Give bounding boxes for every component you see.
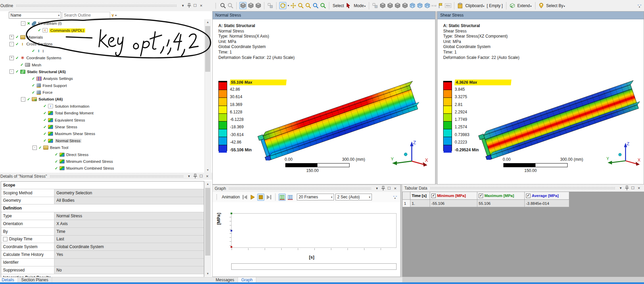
details-row[interactable]: GeometryAll Bodies <box>1 197 204 205</box>
tab-messages[interactable]: Messages <box>212 277 238 283</box>
details-row[interactable]: Scoping MethodGeometry Selection <box>1 189 204 197</box>
select-cursor-icon[interactable] <box>345 2 352 9</box>
result-sets-icon[interactable] <box>279 194 286 201</box>
orbit-icon[interactable] <box>279 2 286 9</box>
select-body-icon[interactable] <box>394 2 401 9</box>
clipboard-icon[interactable] <box>457 2 463 9</box>
pan-icon[interactable] <box>290 2 296 9</box>
average-checkbox[interactable] <box>526 194 530 198</box>
iso-view-icon[interactable] <box>239 2 246 9</box>
name-filter-combo[interactable]: Name▾ <box>9 12 61 19</box>
graph-plot-area[interactable] <box>231 213 397 248</box>
tree-item-maximum-combined-stress[interactable]: Maximum Combined Stress <box>0 165 203 172</box>
expander-icon[interactable]: + <box>9 56 14 60</box>
zoom-previous-icon[interactable] <box>312 2 319 9</box>
tree-item-normal-stress[interactable]: Normal Stress <box>0 137 203 144</box>
graph-timeline-bar[interactable] <box>231 263 397 270</box>
tree-item-commands-apdl[interactable]: C Commands (APDL) <box>0 27 203 34</box>
tree-item-force[interactable]: Force <box>0 89 203 96</box>
tree-item-total-bending-moment[interactable]: Total Bending Moment <box>0 110 203 116</box>
tree-item-maximum-shear-stress[interactable]: Maximum Shear Stress <box>0 130 203 137</box>
outline-maximize-icon[interactable]: ☐ <box>192 3 198 8</box>
scroll-up-icon[interactable]: ▲ <box>205 19 211 25</box>
scroll-up-icon[interactable]: ▲ <box>205 181 211 187</box>
details-row-display-time[interactable]: Display Time Last <box>1 236 204 243</box>
details-pin-icon[interactable] <box>192 174 198 179</box>
select-node-icon[interactable] <box>402 2 408 9</box>
tree-item-solution[interactable]: - Solution (A6) <box>0 96 203 103</box>
expander-icon[interactable]: - <box>21 21 25 26</box>
animation-stop-icon[interactable] <box>257 194 264 201</box>
outline-close-icon[interactable]: × <box>198 3 204 8</box>
select-by-icon[interactable] <box>538 2 545 9</box>
details-row[interactable]: OrientationX Axis <box>1 220 204 228</box>
details-maximize-icon[interactable]: ☐ <box>198 174 204 179</box>
tree-item-static-structural[interactable]: - Static Structural (A5) <box>0 68 203 75</box>
tree-item-equivalent-stress[interactable]: Equivalent Stress <box>0 116 203 123</box>
tabular-menu-icon[interactable]: ▾ <box>618 185 624 191</box>
graph-pin-icon[interactable] <box>380 186 386 191</box>
toolbar-grip[interactable] <box>215 3 217 9</box>
tabular-row[interactable]: 1 1. -55.106 55.106 -3.8845e-014 <box>402 200 644 207</box>
minimum-checkbox[interactable] <box>431 194 436 198</box>
look-at-icon[interactable] <box>247 2 254 9</box>
tree-item-minimum-combined-stress[interactable]: Minimum Combined Stress <box>0 158 203 165</box>
outline-pin-icon[interactable] <box>186 3 192 8</box>
outline-menu-icon[interactable]: ▾ <box>180 3 186 8</box>
shear-stress-viewport[interactable]: Shear Stress A: Static Structural Shear … <box>437 11 644 184</box>
select-by-dropdown[interactable]: Select By▾ <box>546 3 565 8</box>
tree-item-i-section[interactable]: I I <box>0 48 203 54</box>
zoom-fit-icon[interactable] <box>305 2 311 9</box>
tree-item-analysis-settings[interactable]: Analysis Settings <box>0 75 203 82</box>
tree-item-solution-information[interactable]: i Solution Information <box>0 103 203 110</box>
coordinates-probe-icon[interactable]: X.Y.Z <box>431 5 436 7</box>
details-close-icon[interactable]: × <box>204 174 210 179</box>
rotate-view-icon[interactable] <box>255 2 261 9</box>
expander-icon[interactable]: - <box>32 146 37 150</box>
tree-item-sys-beam[interactable]: - SYS\Beam (I) <box>0 20 203 27</box>
orbit-dropdown-icon[interactable]: ▾ <box>288 4 289 7</box>
details-row[interactable]: TypeNormal Stress <box>1 212 204 220</box>
details-menu-icon[interactable]: ▾ <box>186 174 192 179</box>
tab-graph[interactable]: Graph <box>238 277 256 283</box>
scroll-down-icon[interactable]: ▼ <box>205 167 211 173</box>
maximum-checkbox[interactable] <box>479 194 483 198</box>
details-row[interactable]: Coordinate SystemGlobal Coordinate Syste… <box>1 243 204 251</box>
details-row[interactable]: Identifier <box>1 259 204 266</box>
column-maximum[interactable]: Maximum [MPa] <box>477 192 525 200</box>
tree-item-direct-stress[interactable]: Direct Stress <box>0 151 203 158</box>
orientation-triad[interactable]: Z X Y <box>606 139 644 175</box>
time-decay-icon[interactable] <box>287 194 293 200</box>
label-annotation-icon[interactable]: Abc <box>445 3 452 8</box>
mode-dropdown[interactable]: Mode▾ <box>354 3 365 8</box>
animation-play-icon[interactable] <box>249 194 256 200</box>
expander-icon[interactable]: + <box>9 35 14 39</box>
tree-item-shear-stress[interactable]: Shear Stress <box>0 124 203 130</box>
animation-last-frame-icon[interactable] <box>266 194 272 200</box>
display-time-checkbox[interactable] <box>3 237 7 241</box>
scrollbar-thumb[interactable] <box>205 26 210 72</box>
normal-stress-viewport-header[interactable]: Normal Stress <box>213 12 435 19</box>
scrollbar-thumb[interactable] <box>205 188 210 256</box>
details-scrollbar[interactable]: ▲ ▼ <box>205 181 211 276</box>
toolbar-overflow-icon[interactable]: ⌄⌄▾ <box>637 3 642 8</box>
tree-item-mesh[interactable]: Mesh <box>0 61 203 68</box>
tree-item-coordinate-systems[interactable]: + ✳ Coordinate Systems <box>0 54 203 61</box>
graph-maximize-icon[interactable]: ☐ <box>386 186 392 191</box>
tab-section-planes[interactable]: Section Planes <box>18 277 52 283</box>
column-average[interactable]: Average [MPa] <box>525 192 569 200</box>
extend-dropdown[interactable]: Extend▾ <box>517 3 531 8</box>
tree-item-materials[interactable]: + Materials <box>0 34 203 41</box>
zoom-next-icon[interactable] <box>320 2 326 9</box>
scroll-down-icon[interactable]: ▼ <box>205 271 211 276</box>
select-edge-icon[interactable] <box>379 2 386 9</box>
select-mesh-face-icon[interactable] <box>416 2 423 9</box>
search-outline-input[interactable] <box>62 12 110 19</box>
tree-item-beam-tool[interactable]: - Beam Tool <box>0 144 203 151</box>
zoom-in-icon[interactable] <box>220 2 226 9</box>
details-row[interactable]: SuppressedNo <box>1 266 204 274</box>
orientation-triad[interactable]: Z X Y <box>390 139 432 175</box>
tree-item-cross-sections[interactable]: - I Cross Sections <box>0 41 203 47</box>
tabular-maximize-icon[interactable]: ☐ <box>630 185 636 191</box>
select-vertex-icon[interactable] <box>372 2 378 9</box>
